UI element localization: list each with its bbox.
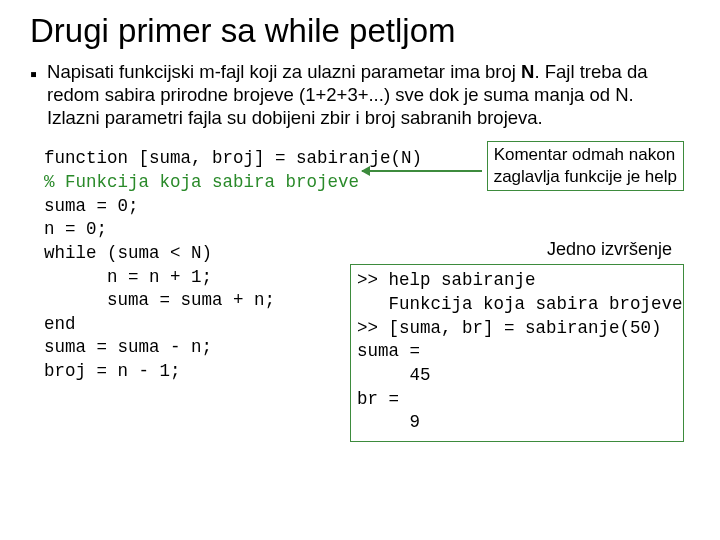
help-line-2: zaglavlja funkcije je help bbox=[494, 166, 677, 187]
help-annotation-box: Komentar odmah nakon zaglavlja funkcije … bbox=[487, 141, 684, 191]
code-line-7: suma = suma + n; bbox=[44, 290, 275, 310]
paragraph-row: ▪ Napisati funkcijski m-fajl koji za ula… bbox=[30, 60, 690, 129]
lower-area: function [suma, broj] = sabiranje(N) % F… bbox=[30, 147, 690, 383]
output-line-3: >> [suma, br] = sabiranje(50) bbox=[357, 318, 662, 338]
code-line-1: function [suma, broj] = sabiranje(N) bbox=[44, 148, 422, 168]
paragraph-bold: N bbox=[521, 61, 534, 82]
slide-title: Drugi primer sa while petljom bbox=[30, 12, 690, 50]
output-line-4: suma = bbox=[357, 341, 420, 361]
code-line-3: suma = 0; bbox=[44, 196, 139, 216]
code-line-10: broj = n - 1; bbox=[44, 361, 181, 381]
code-line-2: % Funkcija koja sabira brojeve bbox=[44, 172, 359, 192]
output-line-7: 9 bbox=[357, 412, 420, 432]
code-line-9: suma = suma - n; bbox=[44, 337, 212, 357]
execution-label: Jedno izvršenje bbox=[547, 239, 672, 260]
code-line-4: n = 0; bbox=[44, 219, 107, 239]
code-line-5: while (suma < N) bbox=[44, 243, 212, 263]
output-box: >> help sabiranje Funkcija koja sabira b… bbox=[350, 264, 684, 441]
bullet-icon: ▪ bbox=[30, 64, 37, 84]
paragraph-text: Napisati funkcijski m-fajl koji za ulazn… bbox=[47, 60, 690, 129]
output-line-5: 45 bbox=[357, 365, 431, 385]
arrow-icon bbox=[362, 170, 482, 172]
output-line-6: br = bbox=[357, 389, 399, 409]
code-line-8: end bbox=[44, 314, 76, 334]
help-line-1: Komentar odmah nakon bbox=[494, 144, 677, 165]
output-line-2: Funkcija koja sabira brojeve bbox=[357, 294, 683, 314]
paragraph-part-1: Napisati funkcijski m-fajl koji za ulazn… bbox=[47, 61, 521, 82]
output-line-1: >> help sabiranje bbox=[357, 270, 536, 290]
code-line-6: n = n + 1; bbox=[44, 267, 212, 287]
